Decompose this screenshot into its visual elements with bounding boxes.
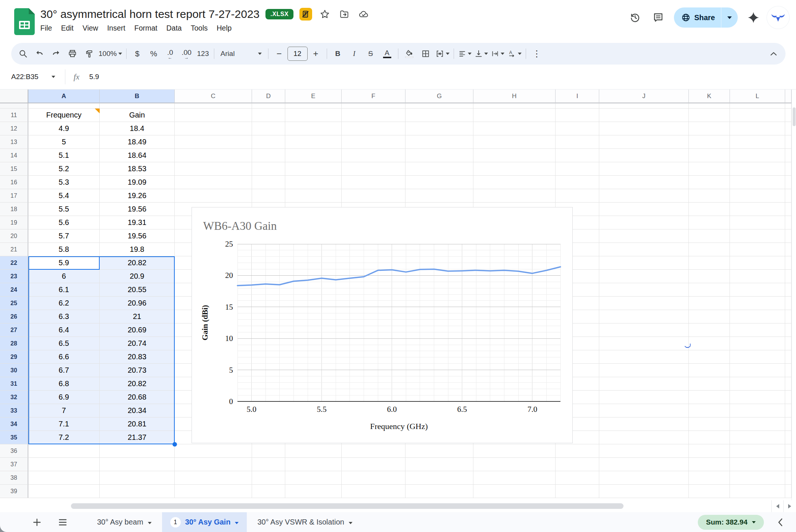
cell-j14[interactable] — [599, 149, 689, 162]
cell-b13[interactable]: 18.49 — [100, 135, 175, 149]
cell-l12[interactable] — [730, 122, 785, 135]
cell-k28[interactable] — [689, 337, 730, 350]
cell-g36[interactable] — [405, 444, 473, 458]
cell-k29[interactable] — [689, 350, 730, 364]
cell-j33[interactable] — [599, 404, 689, 417]
cell-g12[interactable] — [405, 122, 473, 135]
cell-e15[interactable] — [285, 162, 342, 176]
cell-j36[interactable] — [599, 444, 689, 458]
row-header-38[interactable]: 38 — [0, 471, 28, 485]
merge-cells-icon[interactable] — [434, 46, 451, 62]
cell-e12[interactable] — [285, 122, 342, 135]
row-header-26[interactable]: 26 — [0, 310, 28, 323]
share-button-main[interactable]: Share — [674, 7, 721, 28]
row-header-20[interactable]: 20 — [0, 229, 28, 243]
cell-b24[interactable]: 20.55 — [100, 283, 175, 297]
cell-partial[interactable] — [599, 103, 689, 109]
cell-b39[interactable] — [100, 485, 175, 498]
cell-b15[interactable]: 18.53 — [100, 162, 175, 176]
cell-f39[interactable] — [342, 485, 405, 498]
cell-b31[interactable]: 20.82 — [100, 377, 175, 391]
cell-l16[interactable] — [730, 176, 785, 189]
column-header-d[interactable]: D — [252, 90, 285, 103]
cell-j17[interactable] — [599, 189, 689, 203]
open-side-panel-icon[interactable] — [777, 517, 783, 527]
cell-e36[interactable] — [285, 444, 342, 458]
cell-l37[interactable] — [730, 458, 785, 471]
row-header-30[interactable]: 30 — [0, 364, 28, 377]
sheet-tab-30-asy-beam[interactable]: 30° Asy beam — [87, 512, 162, 532]
cell-j37[interactable] — [599, 458, 689, 471]
cell-i36[interactable] — [556, 444, 599, 458]
row-header-partial[interactable] — [0, 103, 28, 109]
cell-b16[interactable]: 19.09 — [100, 176, 175, 189]
search-icon[interactable] — [15, 46, 31, 62]
cell-a13[interactable]: 5 — [28, 135, 100, 149]
cell-partial-32[interactable] — [785, 391, 792, 404]
cell-a22[interactable]: 5.9 — [28, 256, 100, 270]
cell-c16[interactable] — [175, 176, 252, 189]
cell-l23[interactable] — [730, 270, 785, 283]
cell-j28[interactable] — [599, 337, 689, 350]
cell-partial-14[interactable] — [785, 149, 792, 162]
cell-a23[interactable]: 6 — [28, 270, 100, 283]
cell-a19[interactable]: 5.6 — [28, 216, 100, 229]
vertical-align-icon[interactable] — [473, 46, 489, 62]
cell-j16[interactable] — [599, 176, 689, 189]
row-header-33[interactable]: 33 — [0, 404, 28, 417]
cell-l14[interactable] — [730, 149, 785, 162]
cell-g38[interactable] — [405, 471, 473, 485]
undo-icon[interactable] — [31, 46, 48, 62]
more-toolbar-options[interactable]: ⋮ — [529, 46, 545, 62]
cell-e11[interactable] — [285, 109, 342, 122]
cell-partial-28[interactable] — [785, 337, 792, 350]
column-header-c[interactable]: C — [175, 90, 252, 103]
row-header-12[interactable]: 12 — [0, 122, 28, 135]
cell-a35[interactable]: 7.2 — [28, 431, 100, 444]
cell-i12[interactable] — [556, 122, 599, 135]
all-sheets-menu-icon[interactable] — [58, 519, 67, 526]
cell-a26[interactable]: 6.3 — [28, 310, 100, 323]
row-header-28[interactable]: 28 — [0, 337, 28, 350]
cell-l29[interactable] — [730, 350, 785, 364]
row-header-19[interactable]: 19 — [0, 216, 28, 229]
cell-partial-27[interactable] — [785, 323, 792, 337]
column-header-f[interactable]: F — [342, 90, 405, 103]
version-history-icon[interactable] — [625, 8, 645, 27]
cell-l13[interactable] — [730, 135, 785, 149]
cell-k15[interactable] — [689, 162, 730, 176]
cell-g37[interactable] — [405, 458, 473, 471]
cell-j15[interactable] — [599, 162, 689, 176]
cell-i11[interactable] — [556, 109, 599, 122]
cell-partial-18[interactable] — [785, 203, 792, 216]
cell-h13[interactable] — [473, 135, 556, 149]
cell-partial[interactable] — [405, 103, 473, 109]
cell-k22[interactable] — [689, 256, 730, 270]
cell-l17[interactable] — [730, 189, 785, 203]
cell-a16[interactable]: 5.3 — [28, 176, 100, 189]
column-header-j[interactable]: J — [599, 90, 689, 103]
cell-partial[interactable] — [285, 103, 342, 109]
cell-j21[interactable] — [599, 243, 689, 256]
horizontal-align-icon[interactable] — [457, 46, 473, 62]
cell-c15[interactable] — [175, 162, 252, 176]
cell-c37[interactable] — [175, 458, 252, 471]
cell-a39[interactable] — [28, 485, 100, 498]
cell-partial-39[interactable] — [785, 485, 792, 498]
cell-partial-19[interactable] — [785, 216, 792, 229]
zoom-select[interactable]: 100% — [97, 46, 124, 62]
paint-format-icon[interactable] — [81, 46, 97, 62]
cell-j20[interactable] — [599, 229, 689, 243]
scroll-right-button[interactable] — [783, 500, 795, 512]
strikethrough-button[interactable]: S — [363, 46, 379, 62]
cell-c36[interactable] — [175, 444, 252, 458]
cell-f36[interactable] — [342, 444, 405, 458]
cell-i14[interactable] — [556, 149, 599, 162]
cell-a18[interactable]: 5.5 — [28, 203, 100, 216]
row-header-23[interactable]: 23 — [0, 270, 28, 283]
row-header-21[interactable]: 21 — [0, 243, 28, 256]
cell-partial[interactable] — [473, 103, 556, 109]
number-format-button[interactable]: 123 — [195, 46, 211, 62]
cell-e14[interactable] — [285, 149, 342, 162]
cell-j23[interactable] — [599, 270, 689, 283]
